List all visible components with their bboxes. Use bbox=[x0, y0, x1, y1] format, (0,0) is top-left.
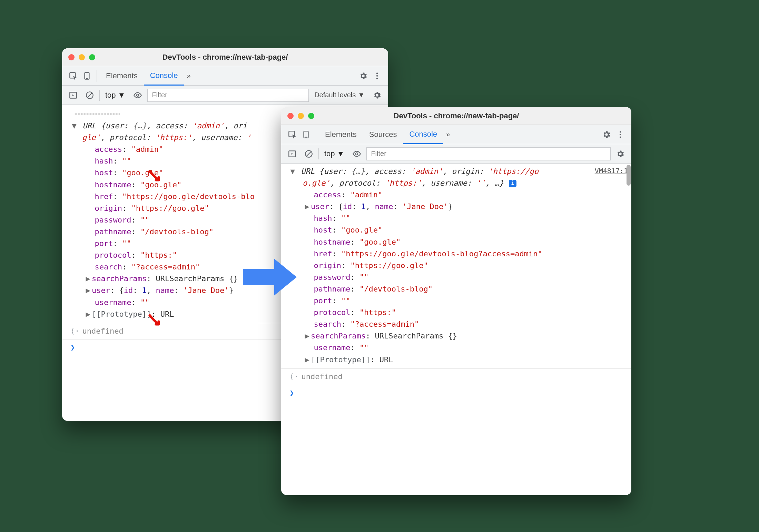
console-toolbar: top ▼ Default levels ▼ bbox=[62, 86, 388, 105]
source-link[interactable]: VM4817:1 bbox=[595, 166, 628, 176]
expand-toggle[interactable]: ▼ bbox=[290, 166, 295, 177]
console-settings-icon[interactable] bbox=[613, 147, 627, 161]
expand-toggle[interactable]: ▶ bbox=[86, 308, 90, 320]
tab-elements[interactable]: Elements bbox=[100, 66, 144, 86]
object-summary[interactable]: URL {user: {…}, access: 'admin', origin:… bbox=[301, 167, 539, 176]
window-title: DevTools - chrome://new-tab-page/ bbox=[281, 111, 631, 120]
chevron-down-icon: ▼ bbox=[337, 149, 345, 158]
svg-marker-8 bbox=[72, 94, 74, 96]
tab-elements[interactable]: Elements bbox=[319, 125, 363, 144]
prop-row: search: "?access=admin" bbox=[305, 318, 628, 330]
prop-access: access: "admin" bbox=[285, 189, 628, 201]
object-properties: hash: "" host: "goo.gle" hostname: "goo.… bbox=[285, 213, 628, 330]
svg-line-10 bbox=[88, 93, 92, 97]
settings-icon[interactable] bbox=[600, 128, 613, 141]
more-tabs-icon[interactable]: » bbox=[443, 130, 453, 138]
filter-input[interactable] bbox=[147, 89, 309, 102]
maximize-icon[interactable] bbox=[89, 54, 95, 60]
prop-row: pathname: "/devtools-blog" bbox=[305, 283, 628, 295]
prop-username: username: "" bbox=[285, 342, 628, 354]
main-toolbar: Elements Sources Console » bbox=[281, 125, 631, 144]
devtools-window-right: DevTools - chrome://new-tab-page/ Elemen… bbox=[281, 107, 631, 495]
minimize-icon[interactable] bbox=[79, 54, 85, 60]
svg-point-17 bbox=[620, 136, 621, 138]
prop-row: origin: "https://goo.gle" bbox=[305, 260, 628, 272]
sidebar-toggle-icon[interactable] bbox=[285, 147, 299, 161]
context-label: top bbox=[324, 149, 335, 158]
prop-row: port: "" bbox=[305, 295, 628, 307]
context-label: top bbox=[105, 91, 116, 100]
clear-console-icon[interactable] bbox=[83, 88, 97, 102]
console-prompt[interactable]: ❯ bbox=[281, 385, 631, 403]
prop-row: password: "" bbox=[305, 272, 628, 283]
expand-toggle[interactable]: ▶ bbox=[305, 354, 309, 366]
return-arrow-icon: ⟨· bbox=[289, 372, 299, 381]
tab-sources[interactable]: Sources bbox=[363, 125, 403, 144]
svg-point-11 bbox=[137, 94, 139, 96]
close-icon[interactable] bbox=[68, 54, 75, 60]
filter-input[interactable] bbox=[366, 147, 611, 160]
prop-searchparams: ▶searchParams: URLSearchParams {} bbox=[285, 330, 628, 342]
expand-toggle[interactable]: ▶ bbox=[86, 285, 90, 296]
close-icon[interactable] bbox=[287, 113, 294, 119]
prop-user: ▶user: {id: 1, name: 'Jane Doe'} bbox=[285, 201, 628, 213]
live-expression-icon[interactable] bbox=[131, 88, 145, 102]
prop-row: protocol: "https:" bbox=[305, 307, 628, 318]
main-toolbar: Elements Console » bbox=[62, 66, 388, 86]
titlebar: DevTools - chrome://new-tab-page/ bbox=[62, 48, 388, 66]
svg-point-22 bbox=[356, 152, 358, 155]
log-entry: VM4817:1 ▼ URL {user: {…}, access: 'admi… bbox=[281, 164, 631, 369]
expand-toggle[interactable]: ▼ bbox=[72, 120, 77, 132]
prop-row: hostname: "goo.gle" bbox=[305, 236, 628, 248]
window-controls bbox=[287, 113, 314, 119]
prop-row: hash: "" bbox=[305, 213, 628, 224]
chevron-down-icon: ▼ bbox=[118, 91, 126, 100]
svg-point-4 bbox=[376, 72, 378, 74]
highlight-arrow-user bbox=[148, 314, 164, 331]
object-summary[interactable]: URL {user: {…}, access: 'admin', ori bbox=[82, 121, 247, 130]
svg-point-15 bbox=[620, 131, 621, 132]
svg-marker-19 bbox=[292, 153, 293, 154]
maximize-icon[interactable] bbox=[308, 113, 314, 119]
transition-arrow-icon bbox=[243, 257, 297, 298]
more-tabs-icon[interactable]: » bbox=[184, 72, 193, 80]
console-output[interactable]: VM4817:1 ▼ URL {user: {…}, access: 'admi… bbox=[281, 164, 631, 495]
inspect-icon[interactable] bbox=[285, 128, 299, 141]
highlight-arrow-access bbox=[148, 170, 164, 186]
svg-marker-0 bbox=[243, 259, 297, 296]
svg-point-5 bbox=[376, 75, 378, 76]
inspect-icon[interactable] bbox=[66, 69, 80, 83]
expand-toggle[interactable]: ▶ bbox=[305, 330, 309, 342]
live-expression-icon[interactable] bbox=[350, 147, 364, 161]
prop-row: href: "https://goo.gle/devtools-blog?acc… bbox=[305, 248, 628, 260]
minimize-icon[interactable] bbox=[298, 113, 304, 119]
svg-point-6 bbox=[376, 78, 378, 79]
return-value: ⟨·undefined bbox=[281, 369, 631, 385]
settings-icon[interactable] bbox=[356, 69, 370, 83]
chevron-down-icon: ▼ bbox=[358, 91, 365, 99]
svg-line-21 bbox=[307, 151, 311, 156]
tab-console[interactable]: Console bbox=[403, 125, 443, 144]
device-toggle-icon[interactable] bbox=[80, 69, 94, 83]
info-badge-icon[interactable]: i bbox=[509, 180, 516, 187]
object-summary-line2: o.gle', protocol: 'https:', username: ''… bbox=[285, 177, 628, 189]
svg-point-16 bbox=[620, 134, 621, 135]
prop-row: host: "goo.gle" bbox=[305, 224, 628, 236]
clear-console-icon[interactable] bbox=[302, 147, 316, 161]
sidebar-toggle-icon[interactable] bbox=[66, 88, 80, 102]
tab-console[interactable]: Console bbox=[144, 66, 184, 86]
expand-toggle[interactable]: ▶ bbox=[305, 201, 309, 213]
device-toggle-icon[interactable] bbox=[299, 128, 313, 141]
menu-icon[interactable] bbox=[613, 128, 627, 141]
log-levels-selector[interactable]: Default levels ▼ bbox=[312, 91, 367, 99]
menu-icon[interactable] bbox=[370, 69, 384, 83]
console-settings-icon[interactable] bbox=[370, 88, 384, 102]
prop-prototype: ▶[[Prototype]]: URL bbox=[285, 354, 628, 366]
scrollbar-thumb[interactable] bbox=[627, 165, 631, 186]
titlebar: DevTools - chrome://new-tab-page/ bbox=[281, 107, 631, 125]
expand-toggle[interactable]: ▶ bbox=[86, 273, 90, 285]
execution-context-selector[interactable]: top ▼ bbox=[322, 149, 347, 158]
execution-context-selector[interactable]: top ▼ bbox=[102, 91, 128, 100]
window-controls bbox=[68, 54, 95, 60]
console-toolbar: top ▼ bbox=[281, 144, 631, 164]
